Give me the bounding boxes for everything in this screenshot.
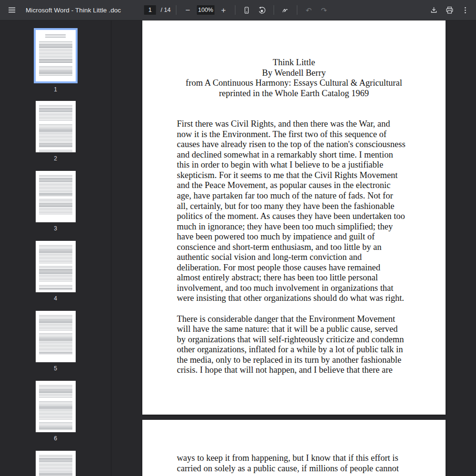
print-icon[interactable] <box>443 4 456 16</box>
thumbnail-item: 6 <box>36 381 76 442</box>
thumbnail-fake-text <box>39 422 72 430</box>
undo-icon[interactable]: ↶ <box>302 4 315 16</box>
thumbnail-fake-text <box>39 385 72 398</box>
toolbar-right-section <box>427 0 471 20</box>
toolbar-divider <box>176 5 176 15</box>
document-page-2: ways to keep it from happening, but I kn… <box>142 420 446 476</box>
toolbar-divider <box>273 5 274 15</box>
pdf-viewer-toolbar: Microsoft Word - Think Little .doc / 14 … <box>0 0 476 20</box>
page-thumbnail-7[interactable] <box>36 451 76 476</box>
thumbnail-sidebar[interactable]: 1234567 <box>0 20 111 476</box>
document-title: Microsoft Word - Think Little .doc <box>26 7 121 14</box>
page-count-label: / 14 <box>161 7 171 13</box>
thumbnail-fake-text <box>39 150 72 152</box>
page-thumbnail-5[interactable] <box>36 311 76 362</box>
document-paragraph: First there was Civil Rights, and then t… <box>177 119 411 304</box>
page-thumbnail-1[interactable] <box>34 28 78 83</box>
page-number-input[interactable] <box>144 5 156 15</box>
thumbnail-fake-text <box>39 333 72 354</box>
thumbnail-fake-text <box>39 175 72 196</box>
zoom-out-icon[interactable]: − <box>181 4 194 16</box>
fit-to-page-icon[interactable] <box>240 4 253 16</box>
toolbar-left-section: Microsoft Word - Think Little .doc <box>0 4 121 16</box>
thumbnail-item: 1 <box>34 28 78 93</box>
thumbnail-item: 7 <box>36 451 76 476</box>
page-thumbnail-4[interactable] <box>36 241 76 292</box>
thumbnail-page-number: 3 <box>54 225 57 232</box>
thumbnail-page-number: 4 <box>54 295 57 302</box>
more-options-icon[interactable] <box>459 4 471 16</box>
thumbnail-fake-text <box>39 315 72 330</box>
thumbnail-fake-text <box>39 41 72 63</box>
thumbnail-fake-text <box>39 245 72 263</box>
toolbar-divider <box>297 5 297 15</box>
thumbnail-item: 3 <box>36 171 76 232</box>
thumbnail-fake-text <box>39 285 72 290</box>
thumbnail-item: 5 <box>36 311 76 372</box>
thumbnail-fake-title <box>45 34 66 39</box>
download-icon[interactable] <box>427 4 440 16</box>
zoom-level-input[interactable] <box>197 5 214 15</box>
thumbnail-fake-text <box>39 266 72 282</box>
toolbar-center-controls: / 14 − + ↶ ↷ <box>144 0 330 20</box>
thumbnail-fake-text <box>39 401 72 419</box>
thumbnail-fake-text <box>39 105 72 121</box>
zoom-in-icon[interactable]: + <box>217 4 229 16</box>
thumbnail-page-number: 5 <box>54 365 57 372</box>
document-paragraph: ways to keep it from happening, but I kn… <box>177 453 411 474</box>
document-heading: Think Little By Wendell Berry from A Con… <box>177 58 411 99</box>
document-page-1: Think Little By Wendell Berry from A Con… <box>142 20 446 415</box>
page-thumbnail-3[interactable] <box>36 171 76 222</box>
page-thumbnail-2[interactable] <box>36 101 76 152</box>
annotate-icon[interactable] <box>279 4 291 16</box>
page-thumbnail-6[interactable] <box>36 381 76 432</box>
rotate-icon[interactable] <box>256 4 268 16</box>
thumbnail-item: 4 <box>36 241 76 302</box>
document-scroll-area[interactable]: Think Little By Wendell Berry from A Con… <box>111 20 476 476</box>
toolbar-divider <box>235 5 235 15</box>
thumbnail-fake-text <box>39 124 72 147</box>
redo-icon[interactable]: ↷ <box>317 4 330 16</box>
menu-icon[interactable] <box>6 4 18 16</box>
thumbnail-page-number: 6 <box>54 435 57 442</box>
thumbnail-page-number: 2 <box>54 155 57 162</box>
thumbnail-fake-text <box>39 199 72 214</box>
thumbnail-page-number: 1 <box>54 86 57 93</box>
thumbnail-item: 2 <box>36 101 76 162</box>
thumbnail-fake-text <box>39 455 72 476</box>
document-paragraph: There is considerable danger that the En… <box>177 314 411 376</box>
thumbnail-fake-text <box>39 66 72 76</box>
